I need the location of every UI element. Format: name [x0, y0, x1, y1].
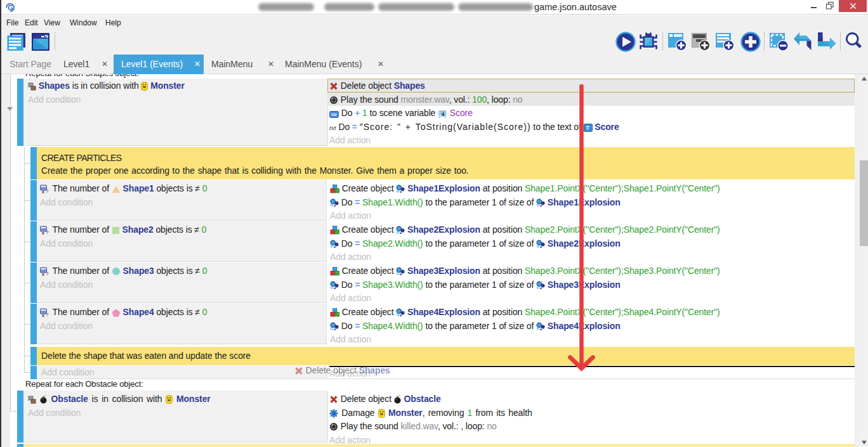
svg-text:x: x [42, 231, 44, 235]
svg-text:x: x [42, 272, 44, 276]
svg-text:x: x [42, 313, 44, 318]
svg-text:?: ? [46, 230, 49, 235]
svg-text:G: G [8, 4, 13, 11]
svg-text:?: ? [46, 271, 49, 276]
svg-text:?: ? [46, 312, 49, 317]
svg-text:Var: Var [331, 112, 338, 117]
svg-text:?: ? [46, 188, 49, 193]
svg-text:x: x [42, 190, 44, 194]
svg-text:{: { [438, 109, 440, 118]
